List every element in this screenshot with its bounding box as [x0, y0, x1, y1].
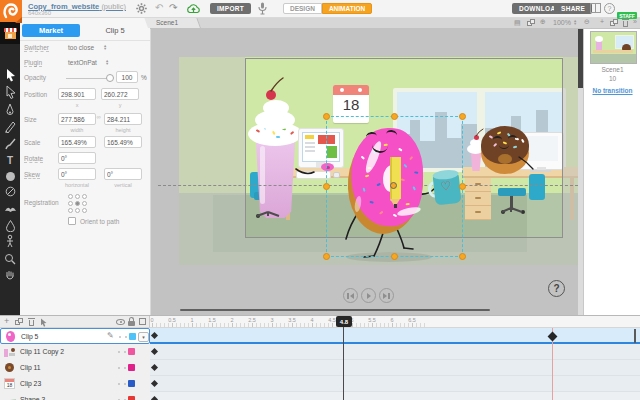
canvas-help-button[interactable]: ?: [548, 280, 565, 297]
selection-handle[interactable]: [459, 253, 466, 260]
play-button[interactable]: [361, 288, 376, 303]
selection-handle[interactable]: [323, 113, 330, 120]
position-x-input[interactable]: [58, 88, 96, 100]
scene-thumbnail[interactable]: [590, 31, 637, 64]
select-layer-icon[interactable]: [40, 318, 48, 327]
add-layer-icon[interactable]: +: [4, 317, 9, 325]
timeline-ruler[interactable]: 00.511.522.533.544.555.566.5: [150, 316, 640, 328]
lock-column-icon[interactable]: [128, 317, 135, 326]
layer-row-clip11[interactable]: Clip 11: [0, 360, 150, 376]
help-icon[interactable]: ?: [604, 3, 615, 14]
rotate-label[interactable]: Rotate: [24, 155, 43, 163]
expand-icon[interactable]: »: [633, 18, 637, 25]
layer-row-clip5[interactable]: Clip 5 ✎ ▾: [0, 328, 150, 344]
layer-row-clip11copy2[interactable]: Clip 11 Copy 2: [0, 344, 150, 360]
layer-color-swatch[interactable]: [129, 333, 136, 340]
library-icon[interactable]: [590, 3, 601, 13]
brush-tool[interactable]: [0, 135, 20, 151]
zoom-in-icon[interactable]: ⊕: [540, 18, 546, 26]
playhead-time-badge[interactable]: 4.8: [336, 316, 352, 327]
select-tool[interactable]: [0, 67, 20, 83]
visibility-column-icon[interactable]: [116, 319, 125, 325]
selection-handle[interactable]: [459, 183, 466, 190]
skip-end-button[interactable]: [379, 288, 394, 303]
character-tool[interactable]: [0, 200, 20, 216]
layer-row-shape3[interactable]: Shape 3: [0, 392, 150, 400]
position-y-input[interactable]: [101, 88, 139, 100]
undo-icon[interactable]: ↶: [155, 3, 163, 13]
tab-market[interactable]: Market: [22, 24, 80, 37]
layer-color-swatch[interactable]: [128, 380, 135, 387]
rotate-input[interactable]: [58, 152, 96, 164]
opacity-slider-knob[interactable]: [106, 74, 114, 82]
skip-start-button[interactable]: [343, 288, 358, 303]
keyframe-diamond[interactable]: [151, 380, 158, 387]
selection-handle[interactable]: [323, 253, 330, 260]
selection-handle[interactable]: [391, 253, 398, 260]
selection-handle[interactable]: [391, 113, 398, 120]
import-button[interactable]: IMPORT: [210, 3, 251, 14]
transition-link[interactable]: No transition: [584, 87, 640, 94]
skew-label[interactable]: Skew: [24, 171, 40, 179]
zoom-level[interactable]: 100%: [553, 19, 571, 26]
size-height-input[interactable]: [104, 113, 142, 125]
plugin-label[interactable]: Plugin: [24, 59, 42, 67]
panel-scroll-thumb[interactable]: [578, 28, 583, 88]
playhead-line[interactable]: [343, 327, 344, 400]
layers-icon[interactable]: ▤: [514, 19, 521, 27]
timeline-lane[interactable]: [150, 392, 640, 400]
switcher-value[interactable]: too close: [68, 44, 94, 51]
timeline-lane[interactable]: [150, 344, 640, 360]
skew-y-input[interactable]: [104, 168, 142, 180]
timeline-lane[interactable]: [150, 376, 640, 392]
selection-center[interactable]: [390, 182, 397, 189]
skew-x-input[interactable]: [58, 168, 96, 180]
mask-column-icon[interactable]: [139, 318, 146, 325]
zoom-tool[interactable]: [0, 251, 20, 267]
layer-color-swatch[interactable]: [128, 348, 135, 355]
pencil-tool[interactable]: [0, 118, 20, 134]
puppet-tool[interactable]: [0, 233, 20, 249]
keyframe-diamond[interactable]: [151, 396, 158, 400]
gear-icon[interactable]: [136, 3, 147, 14]
timeline-lane[interactable]: [150, 360, 640, 376]
canvas[interactable]: 18: [150, 28, 578, 315]
zoom-stepper[interactable]: ▴▾: [574, 19, 576, 25]
switcher-stepper[interactable]: ▴▾: [104, 44, 106, 50]
share-button[interactable]: SHARE: [554, 3, 592, 14]
eraser-tool[interactable]: [0, 217, 20, 233]
stroke-tool[interactable]: [0, 183, 20, 199]
tab-clip[interactable]: Clip 5: [82, 24, 148, 37]
scale-x-input[interactable]: [58, 136, 96, 148]
keyframe-diamond[interactable]: [151, 364, 158, 371]
scene-tab[interactable]: Scene1: [150, 17, 202, 28]
layer-color-swatch[interactable]: [128, 396, 135, 400]
size-width-input[interactable]: [58, 113, 96, 125]
zoom-out-icon[interactable]: ⊖: [584, 18, 590, 26]
pen-tool[interactable]: [0, 101, 20, 117]
animation-tab[interactable]: ANIMATION: [322, 3, 372, 14]
design-tab[interactable]: DESIGN: [283, 3, 322, 14]
cloud-upload-icon[interactable]: [186, 3, 201, 15]
market-tool[interactable]: [0, 22, 20, 44]
microphone-icon[interactable]: [258, 2, 267, 15]
size-link-icon[interactable]: ∞: [97, 114, 101, 120]
keyframe-diamond[interactable]: [151, 332, 158, 339]
orient-to-path-checkbox[interactable]: [68, 217, 76, 225]
layer-dropdown[interactable]: ▾: [138, 332, 149, 342]
switcher-label[interactable]: Switcher: [24, 44, 49, 52]
selection-handle[interactable]: [459, 113, 466, 120]
hand-tool[interactable]: [0, 267, 20, 283]
layer-color-swatch[interactable]: [128, 364, 135, 371]
timeline-lane[interactable]: [150, 328, 640, 344]
keyframe-diamond[interactable]: [151, 348, 158, 355]
add-icon[interactable]: +: [600, 18, 604, 25]
edit-pencil-icon[interactable]: ✎: [107, 332, 114, 340]
shape-tool[interactable]: [0, 168, 20, 184]
layer-row-clip23[interactable]: 18 Clip 23: [0, 376, 150, 392]
redo-icon[interactable]: ↷: [169, 3, 177, 13]
horizontal-scrollbar[interactable]: [180, 309, 490, 311]
selection-handle[interactable]: [323, 183, 330, 190]
scale-y-input[interactable]: [104, 136, 142, 148]
opacity-input[interactable]: [116, 71, 138, 83]
